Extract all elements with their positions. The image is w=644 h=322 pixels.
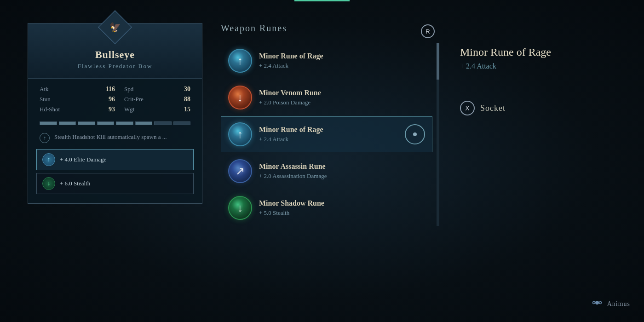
detail-panel: Minor Rune of Rage + 2.4 Attack X Socket [451,46,630,115]
rune-stat-3: + 2.4 Attack [259,136,398,143]
runes-scrollbar[interactable] [437,43,439,226]
socket-button[interactable]: X Socket [460,101,630,115]
atk-stat: Atk 116 [40,86,115,93]
weapon-name: Bullseye [95,49,135,61]
crit-value: 88 [174,96,190,103]
socket-label: Socket [480,104,506,113]
rune-item-2[interactable]: ↓ Minor Venom Rune + 2.0 Poison Damage [221,80,432,115]
rune-info-5: Minor Shadow Rune + 5.0 Stealth [259,199,425,217]
rune-name-4: Minor Assassin Rune [259,162,425,171]
atk-value: 116 [99,86,115,93]
detail-divider [460,89,589,89]
rune-socket-dot [413,132,417,136]
rune-orb-4: ↗ [228,159,252,183]
runes-title: Weapon Runes [221,23,432,34]
rune-slot-icon-blue: ↑ [42,153,55,166]
progress-seg-3 [78,121,95,125]
rune-orb-1: ↑ [228,49,252,73]
rune-orb-symbol-3: ↑ [237,128,243,141]
x-button[interactable]: X [460,101,475,115]
rune-info-1: Minor Rune of Rage + 2.4 Attack [259,52,425,69]
progress-seg-2 [59,121,76,125]
rune-stat-5: + 5.0 Stealth [259,209,425,217]
rune-name-3: Minor Rune of Rage [259,126,398,134]
hd-stat: Hd-Shot 93 [40,106,115,113]
progress-bar [28,118,202,129]
spd-value: 30 [174,86,190,93]
weapon-header: 🦅 Bullseye Flawless Predator Bow [28,23,202,79]
hd-label: Hd-Shot [40,106,60,113]
atk-label: Atk [40,86,49,93]
progress-seg-4 [97,121,115,125]
weapon-icon: 🦅 [109,22,121,33]
detail-rune-name: Minor Rune of Rage [460,46,630,58]
weapon-rune-slot-1[interactable]: ↑ + 4.0 Elite Damage [36,149,194,170]
rune-orb-symbol-1: ↑ [237,55,243,67]
weapon-icon-container: 🦅 [103,15,127,39]
perk-description: Stealth Headshot Kill automatically spaw… [54,132,167,142]
main-container: 🦅 Bullseye Flawless Predator Bow Atk 116… [0,0,644,322]
rune-stat-1: + 2.4 Attack [259,62,425,69]
crit-label: Crit-Pre [124,96,144,103]
perk-icon: ↑ [40,133,50,143]
weapon-type: Flawless Predator Bow [78,63,153,70]
detail-rune-stat: + 2.4 Attack [460,62,630,70]
rune-orb-symbol-5: ↓ [237,202,243,214]
rune-orb-5: ↓ [228,196,252,220]
weapon-rune-slot-2[interactable]: ↓ + 6.0 Stealth [36,173,194,194]
wgt-value: 15 [174,106,190,113]
rune-stat-4: + 2.0 Assassination Damage [259,172,425,180]
rune-slot-label-2: + 6.0 Stealth [60,180,90,187]
rune-item-3[interactable]: ↑ Minor Rune of Rage + 2.4 Attack [221,116,432,152]
rune-stat-2: + 2.0 Poison Damage [259,99,425,106]
weapon-card: 🦅 Bullseye Flawless Predator Bow Atk 116… [28,23,202,204]
rune-name-2: Minor Venom Rune [259,89,425,97]
runes-scrollbar-thumb [437,43,439,80]
rune-item-5[interactable]: ↓ Minor Shadow Rune + 5.0 Stealth [221,190,432,226]
rune-info-3: Minor Rune of Rage + 2.4 Attack [259,126,398,143]
runes-list: R ↑ Minor Rune of Rage + 2.4 Attack ↓ Mi… [221,43,432,226]
weapon-diamond: 🦅 [98,10,132,44]
stun-stat: Stun 96 [40,96,115,103]
spd-stat: Spd 30 [115,86,190,93]
spd-label: Spd [124,86,133,93]
rune-socket-indicator [405,124,425,144]
rune-orb-symbol-2: ↓ [237,92,243,104]
rune-slot-label-1: + 4.0 Elite Damage [60,156,106,163]
rune-orb-2: ↓ [228,86,252,109]
weapon-panel: 🦅 Bullseye Flawless Predator Bow Atk 116… [28,23,202,204]
rune-name-1: Minor Rune of Rage [259,52,425,60]
perk-text-container: ↑ Stealth Headshot Kill automatically sp… [28,129,202,147]
rune-item-1[interactable]: ↑ Minor Rune of Rage + 2.4 Attack [221,43,432,79]
rune-slot-icon-green: ↓ [42,177,55,190]
weapon-stats: Atk 116 Spd 30 Stun 96 Crit-Pre 88 Hd-Sh… [28,79,202,118]
wgt-stat: Wgt 15 [115,106,190,113]
weapon-rune-slots: ↑ + 4.0 Elite Damage ↓ + 6.0 Stealth [28,147,202,196]
rune-item-4[interactable]: ↗ Minor Assassin Rune + 2.0 Assassinatio… [221,153,432,189]
rune-name-5: Minor Shadow Rune [259,199,425,207]
rune-info-4: Minor Assassin Rune + 2.0 Assassination … [259,162,425,180]
progress-seg-7 [154,121,172,125]
runes-panel: Weapon Runes R ↑ Minor Rune of Rage + 2.… [221,23,432,226]
progress-seg-8 [173,121,191,125]
stun-label: Stun [40,96,51,103]
wgt-label: Wgt [124,106,134,113]
rune-orb-3: ↑ [228,122,252,146]
stun-value: 96 [99,96,115,103]
top-bar [294,0,350,1]
crit-stat: Crit-Pre 88 [115,96,190,103]
r-button[interactable]: R [421,24,435,38]
hd-value: 93 [99,106,115,113]
progress-seg-1 [40,121,57,125]
progress-seg-5 [116,121,133,125]
rune-info-2: Minor Venom Rune + 2.0 Poison Damage [259,89,425,106]
progress-seg-6 [135,121,153,125]
rune-orb-symbol-4: ↗ [236,165,245,178]
